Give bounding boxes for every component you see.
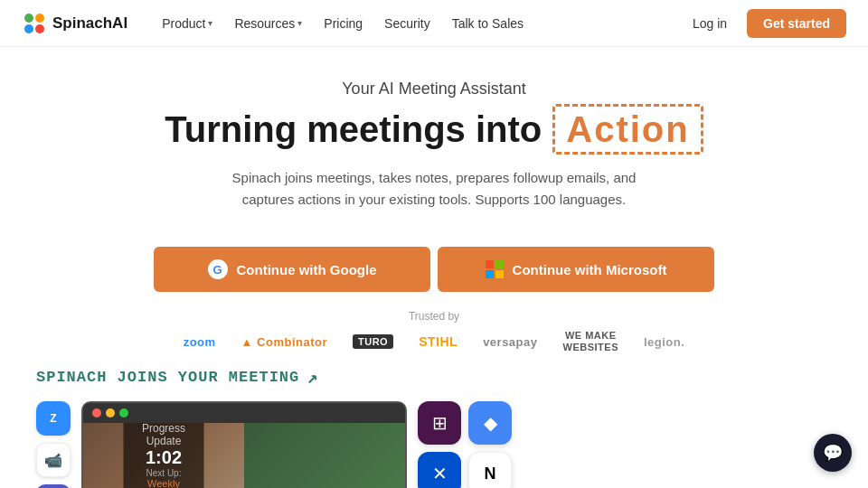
nav-product[interactable]: Product ▾ bbox=[153, 11, 222, 36]
minimize-dot bbox=[106, 408, 115, 418]
chat-bubble[interactable]: 💬 bbox=[814, 434, 852, 472]
svg-point-1 bbox=[35, 14, 44, 23]
cta-buttons: G Continue with Google Continue with Mic… bbox=[154, 247, 714, 292]
hero-section: Your AI Meeting Assistant Turning meetin… bbox=[0, 47, 868, 229]
maximize-dot bbox=[119, 408, 128, 418]
zoom-logo: zoom bbox=[184, 335, 216, 349]
trusted-label: Trusted by bbox=[0, 310, 868, 323]
chevron-down-icon: ▾ bbox=[208, 18, 212, 28]
hero-subtitle: Your AI Meeting Assistant bbox=[18, 80, 850, 99]
get-started-button[interactable]: Get started bbox=[747, 9, 846, 38]
versapay-logo: versapay bbox=[483, 335, 537, 349]
microsoft-icon bbox=[486, 260, 504, 278]
trusted-section: Trusted by zoom ▲ Combinator TURO STIHL … bbox=[0, 310, 868, 353]
close-dot bbox=[92, 408, 101, 418]
logo-text: SpinachAI bbox=[52, 14, 127, 33]
zoom-app-icon: Z bbox=[36, 401, 71, 436]
slack-right-icon: ⊞ bbox=[418, 401, 461, 445]
chevron-down-icon: ▾ bbox=[297, 18, 302, 28]
svg-point-3 bbox=[35, 24, 44, 33]
video-grid: Progress Update 1:02 Next Up: Weekly Wra… bbox=[83, 423, 405, 488]
video-cell-topright bbox=[244, 423, 405, 488]
google-icon: G bbox=[208, 259, 228, 279]
turo-logo: TURO bbox=[353, 334, 393, 349]
nav-talk-sales[interactable]: Talk to Sales bbox=[443, 11, 533, 36]
hero-title: Turning meetings into Action bbox=[18, 104, 850, 155]
trusted-logos: zoom ▲ Combinator TURO STIHL versapay WE… bbox=[0, 330, 868, 353]
nav-resources[interactable]: Resources ▾ bbox=[225, 11, 311, 36]
spinach-joins-section: Spinach Joins Your Meeting ↗ Z 📹 T # bbox=[0, 366, 868, 488]
nav-pricing[interactable]: Pricing bbox=[315, 11, 372, 36]
meet-app-icon: 📹 bbox=[36, 443, 71, 477]
google-signin-button[interactable]: G Continue with Google bbox=[154, 247, 430, 292]
stihl-logo: STIHL bbox=[419, 334, 458, 349]
video-window-controls bbox=[83, 403, 405, 423]
progress-overlay: Progress Update 1:02 Next Up: Weekly Wra… bbox=[124, 423, 204, 488]
hero-description: Spinach joins meetings, takes notes, pre… bbox=[226, 167, 642, 211]
logo[interactable]: SpinachAI bbox=[22, 11, 127, 36]
meeting-video: Progress Update 1:02 Next Up: Weekly Wra… bbox=[81, 401, 407, 488]
wemakewebsites-logo: WE MAKEWEBSITES bbox=[563, 330, 618, 353]
login-button[interactable]: Log in bbox=[684, 11, 736, 36]
teams-app-icon: T bbox=[36, 484, 71, 488]
nav-right: Log in Get started bbox=[684, 9, 846, 38]
spinach-heading: Spinach Joins Your Meeting ↗ bbox=[36, 366, 832, 389]
svg-point-0 bbox=[24, 14, 33, 23]
nav-security[interactable]: Security bbox=[375, 11, 439, 36]
notion-icon: N bbox=[468, 452, 512, 488]
maps-icon: ◆ bbox=[468, 401, 512, 445]
arrow-icon: ↗ bbox=[307, 366, 318, 389]
video-cell-topleft: Progress Update 1:02 Next Up: Weekly Wra… bbox=[83, 423, 244, 488]
legion-logo: legion. bbox=[644, 335, 684, 349]
jira-icon: ✕ bbox=[418, 452, 461, 488]
right-app-icons: ⊞ ◆ ✕ N ⋯ 📄 ◕ ♡ ◎ bbox=[418, 401, 512, 488]
microsoft-signin-button[interactable]: Continue with Microsoft bbox=[438, 247, 714, 292]
left-app-icons: Z 📹 T # bbox=[36, 401, 71, 488]
spinach-logo-icon bbox=[22, 11, 47, 36]
nav-links: Product ▾ Resources ▾ Pricing Security T… bbox=[153, 11, 684, 36]
ycombinator-logo: ▲ Combinator bbox=[241, 335, 327, 349]
hero-action-word: Action bbox=[552, 104, 703, 155]
svg-point-2 bbox=[24, 24, 33, 33]
navbar: SpinachAI Product ▾ Resources ▾ Pricing … bbox=[0, 0, 868, 47]
demo-area: Z 📹 T # Progress Update bbox=[36, 401, 832, 488]
chat-icon: 💬 bbox=[823, 443, 843, 463]
